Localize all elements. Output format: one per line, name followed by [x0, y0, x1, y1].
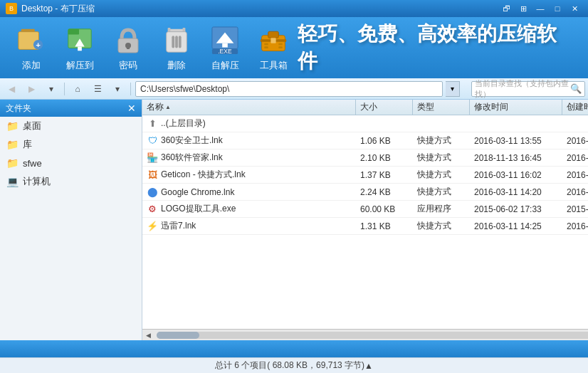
- svg-rect-24: [268, 31, 279, 38]
- sidebar: 文件夹 ✕ 📁桌面📁库📁sfwe💻计算机: [0, 100, 142, 340]
- search-icon[interactable]: 🔍: [570, 83, 582, 94]
- file-list: 名称 ▲ 大小 类型 修改时间 创建时间 ⬆..(上层目录)🛡360安全卫士.l…: [142, 100, 588, 340]
- file-name-1: 🛡360安全卫士.lnk: [142, 135, 356, 147]
- file-modified-3: 2016-03-11 16:02: [470, 170, 562, 180]
- file-name-2: 🏪360软件管家.lnk: [142, 152, 356, 164]
- svg-rect-5: [68, 29, 79, 35]
- sidebar-item-label-0: 桌面: [23, 120, 41, 132]
- file-created-2: 2016-03-1: [562, 153, 588, 163]
- hscroll-bar: ◀ ▶: [142, 329, 588, 340]
- maximize-button[interactable]: □: [550, 2, 565, 15]
- nav-dropdown-button[interactable]: ▾: [43, 81, 60, 97]
- self-extract-label: 自解压: [211, 59, 239, 72]
- file-name-0: ⬆..(上层目录): [142, 117, 356, 130]
- file-icon-3: 🖼: [147, 169, 158, 181]
- sort-arrow-name: ▲: [165, 104, 171, 110]
- file-type-2: 快捷方式: [413, 152, 470, 164]
- sidebar-close-button[interactable]: ✕: [127, 103, 136, 114]
- file-icon-5: ⚙: [147, 204, 158, 215]
- extract-icon: [65, 23, 94, 58]
- extract-button[interactable]: 解压到: [56, 21, 104, 75]
- close-button[interactable]: ✕: [567, 2, 582, 15]
- svg-rect-16: [175, 36, 178, 48]
- file-created-5: 2015-06-: [562, 204, 588, 214]
- bottom-bar: 总计 6 个项目( 68.08 KB，69,713 字节) ▲: [0, 357, 588, 373]
- sidebar-item-label-1: 库: [23, 138, 32, 151]
- file-created-6: 2016-03-1: [562, 221, 588, 231]
- file-size-2: 2.10 KB: [356, 153, 413, 163]
- search-placeholder: 当前目录查找（支持包内查找）: [475, 78, 570, 100]
- status-arrow-button[interactable]: ▲: [364, 361, 373, 371]
- home-button[interactable]: ⌂: [69, 81, 86, 97]
- bottom-status: 总计 6 个项目( 68.08 KB，69,713 字节): [215, 359, 364, 372]
- file-modified-2: 2018-11-13 16:45: [470, 153, 562, 163]
- search-bar[interactable]: 当前目录查找（支持包内查找） 🔍: [471, 81, 585, 97]
- nav-separator-2: [130, 83, 131, 95]
- sidebar-item-icon-2: 📁: [6, 157, 19, 169]
- col-header-name[interactable]: 名称 ▲: [142, 100, 356, 115]
- sidebar-items: 📁桌面📁库📁sfwe💻计算机: [0, 117, 142, 191]
- path-dropdown-button[interactable]: ▾: [446, 81, 460, 97]
- toolbox-button[interactable]: 工具箱: [249, 21, 298, 75]
- file-size-4: 2.24 KB: [356, 187, 413, 197]
- file-name-text-0: ..(上层目录): [161, 117, 206, 130]
- nav-separator-1: [64, 83, 65, 95]
- table-row[interactable]: ⬤Google Chrome.lnk2.24 KB快捷方式2016-03-11 …: [142, 184, 588, 201]
- hscroll-thumb[interactable]: [157, 332, 199, 339]
- table-row[interactable]: ⚙LOGO提取工具.exe60.00 KB应用程序2015-06-02 17:3…: [142, 201, 588, 218]
- brand-text: 轻巧、免费、高效率的压缩软件: [298, 21, 574, 75]
- svg-rect-10: [127, 46, 130, 49]
- file-name-text-4: Google Chrome.lnk: [161, 187, 234, 197]
- hscroll-track[interactable]: [157, 332, 588, 339]
- main-area: 文件夹 ✕ 📁桌面📁库📁sfwe💻计算机 名称 ▲ 大小 类型 修改时间 创建时…: [0, 100, 588, 340]
- file-icon-1: 🛡: [147, 135, 158, 147]
- sidebar-item-3[interactable]: 💻计算机: [0, 172, 142, 191]
- col-header-created[interactable]: 创建时间: [562, 100, 588, 115]
- sidebar-item-2[interactable]: 📁sfwe: [0, 154, 142, 172]
- sidebar-item-1[interactable]: 📁库: [0, 135, 142, 154]
- path-bar[interactable]: C:\Users\sfwe\Desktop\: [135, 81, 443, 97]
- self-extract-button[interactable]: .EXE 自解压: [201, 21, 249, 75]
- svg-rect-20: [222, 43, 228, 48]
- svg-rect-11: [169, 29, 184, 32]
- sidebar-item-0[interactable]: 📁桌面: [0, 117, 142, 135]
- svg-rect-1: [21, 29, 35, 32]
- restore-button[interactable]: 🗗: [498, 2, 514, 15]
- svg-rect-27: [264, 43, 268, 46]
- table-row[interactable]: ⚡迅雷7.lnk1.31 KB快捷方式2016-03-11 14:252016-…: [142, 218, 588, 235]
- file-name-text-3: Geticon - 快捷方式.lnk: [161, 169, 246, 181]
- delete-button[interactable]: 删除: [152, 21, 201, 75]
- col-header-type[interactable]: 类型: [413, 100, 470, 115]
- nav-bar: ◀ ▶ ▾ ⌂ ☰ ▾ C:\Users\sfwe\Desktop\ ▾ 当前目…: [0, 78, 588, 100]
- add-button[interactable]: + 添加: [7, 21, 56, 75]
- toolbox-label: 工具箱: [260, 59, 288, 72]
- password-button[interactable]: 密码: [104, 21, 152, 75]
- forward-button[interactable]: ▶: [23, 81, 40, 97]
- file-size-5: 60.00 KB: [356, 204, 413, 214]
- file-name-3: 🖼Geticon - 快捷方式.lnk: [142, 169, 356, 181]
- file-modified-5: 2015-06-02 17:33: [470, 204, 562, 214]
- table-row[interactable]: 🛡360安全卫士.lnk1.06 KB快捷方式2016-03-11 13:552…: [142, 132, 588, 149]
- title-bar-left: B Desktop - 布丁压缩: [6, 3, 95, 15]
- table-row[interactable]: ⬆..(上层目录): [142, 115, 588, 132]
- view-dropdown-button[interactable]: ▾: [109, 81, 126, 97]
- back-button[interactable]: ◀: [3, 81, 20, 97]
- col-header-modified[interactable]: 修改时间: [470, 100, 562, 115]
- svg-rect-17: [179, 36, 182, 48]
- sidebar-title: 文件夹: [6, 103, 31, 115]
- file-icon-4: ⬤: [147, 186, 158, 198]
- hscroll-left-button[interactable]: ◀: [142, 330, 154, 341]
- file-name-6: ⚡迅雷7.lnk: [142, 220, 356, 232]
- file-type-5: 应用程序: [413, 203, 470, 215]
- sidebar-item-label-2: sfwe: [23, 158, 42, 169]
- status-bar: [0, 340, 588, 357]
- table-row[interactable]: 🖼Geticon - 快捷方式.lnk1.37 KB快捷方式2016-03-11…: [142, 167, 588, 184]
- col-header-size[interactable]: 大小: [356, 100, 413, 115]
- sidebar-item-icon-0: 📁: [6, 120, 19, 132]
- tiles-button[interactable]: ⊞: [515, 2, 531, 15]
- view-list-button[interactable]: ☰: [89, 81, 106, 97]
- table-row[interactable]: 🏪360软件管家.lnk2.10 KB快捷方式2018-11-13 16:452…: [142, 149, 588, 167]
- file-name-text-1: 360安全卫士.lnk: [161, 135, 223, 147]
- delete-icon: [162, 23, 191, 58]
- minimize-button[interactable]: —: [532, 2, 548, 15]
